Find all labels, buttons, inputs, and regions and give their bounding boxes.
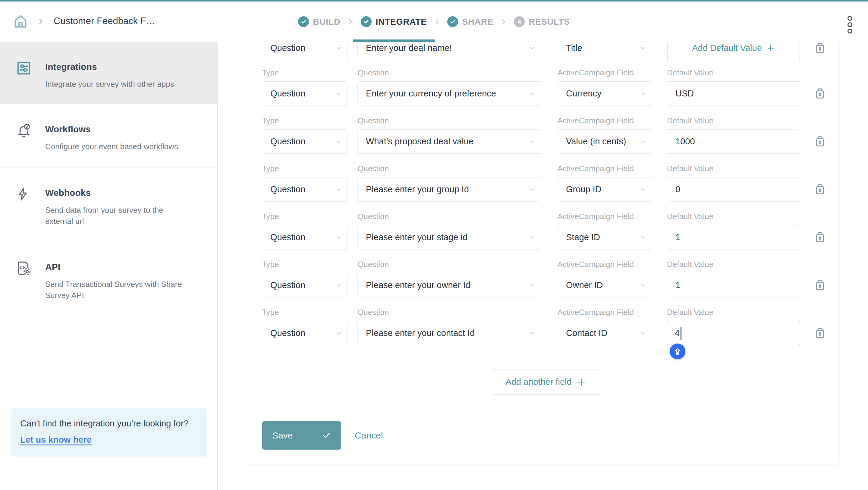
- question-label: Question: [358, 68, 541, 78]
- help-text: Can't find the integration you’re lookin…: [20, 419, 189, 428]
- step-chevron-icon: [347, 18, 354, 25]
- delete-row-button[interactable]: [813, 87, 827, 101]
- activecampaign-field-select[interactable]: Contact ID: [558, 321, 652, 345]
- chevron-down-icon: [528, 186, 536, 193]
- delete-row-button[interactable]: [813, 182, 827, 197]
- sidebar-item-workflows[interactable]: Workflows Configure your event based wor…: [0, 104, 217, 168]
- chevron-down-icon: [528, 44, 536, 52]
- type-select[interactable]: Question: [262, 177, 348, 202]
- kebab-dot: [847, 16, 852, 21]
- kebab-dot: [847, 22, 852, 27]
- chevron-down-icon: [528, 138, 536, 146]
- kebab-dot: [847, 29, 852, 33]
- check-circle-icon: [298, 16, 309, 27]
- top-navigation-bar: Customer Feedback F… BUILD INTEGRATE: [0, 0, 868, 42]
- step-integrate[interactable]: INTEGRATE: [361, 16, 427, 28]
- question-label: Question: [358, 164, 541, 173]
- trash-icon: [813, 134, 827, 148]
- sidebar-item-title: Workflows: [45, 124, 91, 134]
- chevron-down-icon: [335, 186, 343, 193]
- sidebar-item-description: Send Transactional Surveys with Share Su…: [45, 279, 184, 301]
- check-icon: [322, 431, 331, 440]
- activecampaign-field-select[interactable]: Currency: [558, 81, 652, 106]
- type-select[interactable]: Question: [262, 225, 348, 249]
- question-select[interactable]: Please enter your contact Id: [358, 321, 541, 345]
- sidebar-item-title: Webhooks: [45, 188, 91, 198]
- activecampaign-field-select[interactable]: Value (in cents): [558, 129, 652, 154]
- app-window: Type Question ActiveCampaign Field Defau…: [0, 0, 868, 490]
- chevron-down-icon: [639, 281, 647, 289]
- autofill-extension-icon[interactable]: [670, 343, 685, 359]
- sidebar-item-title: Integrations: [45, 62, 97, 72]
- sidebar-item-description: Integrate your survey with other apps: [45, 79, 174, 90]
- default-value-input-focused[interactable]: 4: [667, 321, 800, 345]
- question-select[interactable]: Please enter your group Id: [358, 177, 541, 202]
- trash-icon: [813, 182, 827, 196]
- chevron-down-icon: [335, 281, 343, 289]
- activecampaign-field-select[interactable]: Stage ID: [558, 225, 652, 249]
- integrations-sidebar: Integrations Integrate your survey with …: [0, 42, 218, 490]
- chevron-down-icon: [639, 329, 647, 337]
- step-build[interactable]: BUILD: [298, 16, 340, 28]
- default-label: Default Value: [667, 68, 800, 78]
- type-label: Type: [262, 164, 348, 173]
- delete-row-button[interactable]: [813, 134, 827, 149]
- delete-row-button[interactable]: [813, 278, 827, 293]
- plus-icon: [577, 377, 587, 387]
- trash-icon: [813, 230, 827, 244]
- type-select[interactable]: Question: [262, 129, 348, 154]
- sidebar-item-description: Send data from your survey to the extern…: [45, 205, 184, 227]
- trash-icon: [813, 326, 827, 340]
- chevron-down-icon: [335, 234, 343, 241]
- delete-row-button[interactable]: [813, 41, 827, 56]
- question-select[interactable]: What's proposed deal value: [358, 129, 541, 154]
- trash-icon: [813, 87, 827, 100]
- add-another-field-button[interactable]: Add another field: [492, 369, 600, 395]
- default-value-input[interactable]: [667, 129, 800, 154]
- delete-row-button[interactable]: [813, 230, 827, 245]
- chevron-down-icon: [335, 44, 343, 52]
- step-share[interactable]: SHARE: [447, 16, 493, 28]
- wizard-stepper: BUILD INTEGRATE SHARE 4 RESULTS: [0, 1, 868, 42]
- field-label: ActiveCampaign Field: [558, 308, 652, 317]
- default-value-input[interactable]: [667, 81, 800, 106]
- sliders-icon: [16, 60, 32, 78]
- default-value-input[interactable]: [667, 225, 800, 249]
- default-value-input[interactable]: [667, 177, 800, 202]
- activecampaign-field-select[interactable]: Group ID: [558, 177, 652, 202]
- chevron-down-icon: [639, 90, 647, 98]
- field-label: ActiveCampaign Field: [558, 212, 652, 221]
- sidebar-item-api[interactable]: API Send Transactional Surveys with Shar…: [0, 242, 217, 321]
- text-cursor: [681, 327, 681, 340]
- question-label: Question: [358, 116, 541, 125]
- question-select[interactable]: Please enter your owner Id: [358, 273, 541, 298]
- more-options-button[interactable]: [847, 14, 852, 35]
- type-select[interactable]: Question: [262, 273, 348, 298]
- sidebar-item-webhooks[interactable]: Webhooks Send data from your survey to t…: [0, 168, 217, 242]
- step-results[interactable]: 4 RESULTS: [514, 16, 570, 28]
- chevron-down-icon: [528, 234, 536, 241]
- activecampaign-field-select[interactable]: Owner ID: [558, 273, 652, 298]
- question-select[interactable]: Enter your currency of preference: [358, 81, 541, 106]
- eject-arrow-icon: [673, 346, 683, 357]
- question-label: Question: [358, 260, 541, 269]
- lightning-icon: [16, 186, 31, 204]
- delete-row-button[interactable]: [813, 326, 827, 341]
- trash-icon: [813, 278, 827, 292]
- cancel-button[interactable]: Cancel: [353, 421, 384, 450]
- sidebar-item-description: Configure your event based workflows: [45, 141, 178, 152]
- let-us-know-link[interactable]: Let us know here: [20, 433, 92, 447]
- save-button[interactable]: Save: [262, 421, 341, 450]
- type-label: Type: [262, 260, 348, 269]
- type-label: Type: [262, 116, 348, 125]
- question-label: Question: [358, 308, 541, 317]
- step-chevron-icon: [500, 18, 507, 25]
- question-select[interactable]: Please enter your stage id: [358, 225, 541, 249]
- default-value-input[interactable]: [667, 273, 800, 298]
- default-label: Default Value: [667, 116, 800, 125]
- type-select[interactable]: Question: [262, 81, 348, 106]
- type-select[interactable]: Question: [262, 321, 348, 345]
- sidebar-item-integrations[interactable]: Integrations Integrate your survey with …: [0, 42, 217, 104]
- default-label: Default Value: [667, 212, 800, 221]
- code-gear-icon: [16, 260, 32, 278]
